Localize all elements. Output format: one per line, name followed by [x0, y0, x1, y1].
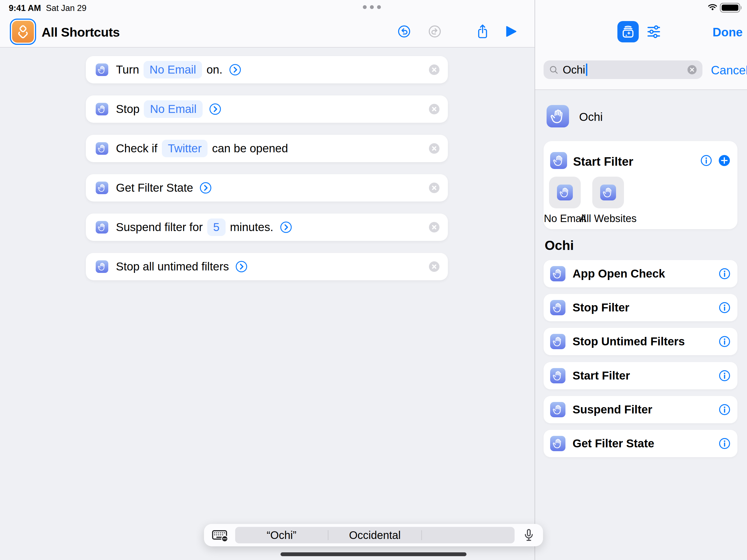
remove-action-button[interactable]	[428, 143, 440, 154]
info-button[interactable]	[700, 154, 713, 167]
action-text: Stop all untimed filters	[116, 260, 229, 273]
shortcut-icon-button[interactable]	[10, 19, 36, 45]
action-card[interactable]: TurnNo Emailon.	[86, 56, 448, 83]
wifi-icon	[707, 2, 718, 12]
expand-chevron-icon[interactable]	[235, 260, 248, 273]
battery-icon	[720, 2, 744, 12]
action-card[interactable]: StopNo Email	[86, 96, 448, 123]
suggestion-item[interactable]: Occidental	[328, 527, 421, 543]
section-title: Ochi	[545, 238, 574, 253]
suggestion-item[interactable]	[422, 527, 515, 543]
hand-icon	[550, 368, 565, 383]
hand-icon	[96, 221, 108, 233]
done-button[interactable]: Done	[713, 25, 743, 39]
multitasking-indicator[interactable]	[363, 5, 381, 9]
remove-action-button[interactable]	[428, 182, 440, 194]
panel-divider	[535, 0, 535, 560]
hand-icon	[600, 184, 616, 200]
run-button[interactable]	[505, 25, 518, 38]
action-text: on.	[206, 63, 222, 76]
info-button[interactable]	[718, 301, 731, 314]
clear-search-button[interactable]	[687, 64, 697, 75]
ochi-app-label: Ochi	[579, 110, 602, 124]
action-result-row[interactable]: Suspend Filter	[544, 396, 738, 423]
undo-button[interactable]	[397, 24, 411, 39]
search-value: Ochi	[563, 64, 585, 76]
action-text: minutes.	[230, 221, 274, 234]
variable-token[interactable]: No Email	[144, 61, 202, 78]
info-button[interactable]	[718, 403, 731, 416]
action-result-label: Stop Untimed Filters	[572, 335, 718, 348]
hand-icon	[550, 266, 565, 281]
remove-action-button[interactable]	[428, 221, 440, 233]
home-indicator[interactable]	[281, 552, 466, 556]
redo-button[interactable]	[428, 24, 442, 39]
action-result-row[interactable]: Stop Untimed Filters	[544, 328, 738, 355]
filter-settings-button[interactable]	[646, 24, 662, 40]
action-result-label: Suspend Filter	[572, 403, 718, 416]
microphone-button[interactable]	[522, 528, 536, 542]
variable-token[interactable]: 5	[207, 219, 226, 236]
action-text: Turn	[116, 63, 139, 76]
action-text: Check if	[116, 142, 157, 155]
shortcuts-app-icon	[12, 21, 34, 43]
action-text: can be opened	[212, 142, 288, 155]
search-icon	[548, 65, 559, 75]
action-result-row[interactable]: Start Filter	[544, 362, 738, 389]
action-result-row[interactable]: Stop Filter	[544, 294, 738, 321]
hand-icon	[96, 103, 108, 116]
remove-action-button[interactable]	[428, 261, 440, 273]
action-library-icon	[620, 24, 636, 40]
info-button[interactable]	[718, 437, 731, 450]
action-library-button[interactable]	[617, 21, 639, 42]
featured-action-card[interactable]: Start Filter No Email All Websites	[544, 141, 738, 229]
suggestion-item[interactable]: “Ochi”	[235, 527, 328, 543]
action-result-label: Get Filter State	[572, 437, 718, 450]
info-button[interactable]	[718, 335, 731, 348]
action-result-label: Start Filter	[572, 369, 718, 382]
ochi-app-icon[interactable]	[547, 105, 569, 127]
action-card[interactable]: Stop all untimed filters	[86, 253, 448, 280]
option-label: All Websites	[579, 213, 637, 225]
variable-token[interactable]: Twitter	[162, 140, 208, 157]
info-button[interactable]	[718, 268, 731, 280]
action-result-label: App Open Check	[572, 267, 718, 280]
add-action-button[interactable]	[718, 154, 730, 167]
hand-icon	[96, 260, 108, 273]
expand-chevron-icon[interactable]	[229, 63, 242, 76]
featured-action-title: Start Filter	[573, 155, 633, 169]
hand-icon	[550, 334, 565, 349]
action-text: Get Filter State	[116, 181, 193, 195]
expand-chevron-icon[interactable]	[199, 181, 212, 195]
remove-action-button[interactable]	[428, 103, 440, 115]
share-button[interactable]	[475, 23, 490, 40]
hand-icon	[550, 436, 565, 451]
all-websites-option[interactable]	[592, 177, 624, 208]
no-email-option[interactable]	[549, 177, 581, 208]
action-card[interactable]: Check ifTwittercan be opened	[86, 135, 448, 162]
keyboard-button[interactable]	[211, 527, 228, 543]
variable-token[interactable]: No Email	[144, 100, 202, 118]
screen: 9:41 AM Sat Jan 29 All Shortcuts Done Oc…	[0, 0, 747, 560]
action-card[interactable]: Get Filter State	[86, 174, 448, 202]
keyboard-accessory-bar: “Ochi”Occidental	[204, 524, 543, 546]
expand-chevron-icon[interactable]	[209, 103, 222, 116]
suggestion-bar: “Ochi”Occidental	[235, 527, 515, 543]
hand-icon	[550, 300, 565, 315]
expand-chevron-icon[interactable]	[279, 221, 292, 234]
cancel-button[interactable]: Cancel	[711, 63, 747, 77]
action-card[interactable]: Suspend filter for5minutes.	[86, 213, 448, 241]
hand-icon	[550, 152, 567, 169]
text-caret	[586, 63, 587, 76]
page-title: All Shortcuts	[42, 25, 120, 40]
hand-icon	[550, 402, 565, 417]
hand-icon	[96, 63, 108, 76]
action-result-row[interactable]: Get Filter State	[544, 430, 738, 457]
remove-action-button[interactable]	[428, 64, 440, 76]
action-result-row[interactable]: App Open Check	[544, 260, 738, 287]
info-button[interactable]	[718, 370, 731, 382]
action-text: Stop	[116, 103, 139, 116]
status-date: Sat Jan 29	[46, 3, 86, 13]
hand-icon	[96, 182, 108, 194]
search-input[interactable]: Ochi	[544, 60, 702, 79]
